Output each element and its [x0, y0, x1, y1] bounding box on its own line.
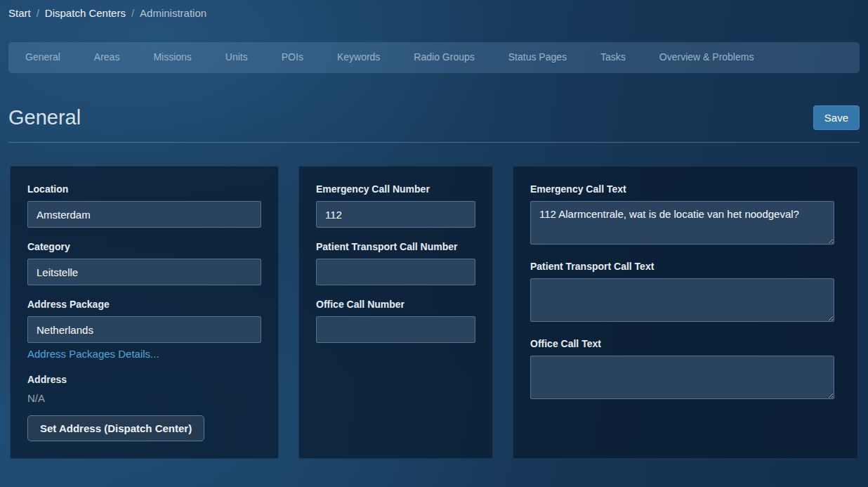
- breadcrumb-start[interactable]: Start: [8, 7, 31, 19]
- panel-call-numbers: Emergency Call Number Patient Transport …: [298, 166, 493, 459]
- address-label: Address: [27, 374, 261, 386]
- address-package-label: Address Package: [27, 299, 261, 311]
- address-value: N/A: [27, 391, 261, 404]
- patient-transport-call-number-input[interactable]: [316, 259, 475, 285]
- location-input[interactable]: [27, 201, 261, 228]
- emergency-call-number-label: Emergency Call Number: [316, 183, 475, 195]
- panels-row: Location Category Address Package Addres…: [10, 166, 858, 459]
- patient-transport-call-number-label: Patient Transport Call Number: [316, 241, 475, 253]
- page-header: General Save: [8, 73, 860, 143]
- tab-missions[interactable]: Missions: [136, 42, 208, 73]
- office-call-text-label: Office Call Text: [530, 338, 841, 350]
- address-packages-details-link[interactable]: Address Packages Details...: [27, 348, 261, 360]
- breadcrumb-dispatch-centers[interactable]: Dispatch Centers: [45, 7, 126, 19]
- category-label: Category: [27, 241, 261, 253]
- tab-general[interactable]: General: [8, 42, 77, 73]
- office-call-text-textarea[interactable]: [530, 356, 834, 399]
- address-package-input[interactable]: [27, 316, 261, 343]
- tab-bar: General Areas Missions Units POIs Keywor…: [8, 42, 860, 73]
- breadcrumb-separator: /: [131, 7, 134, 19]
- breadcrumb: Start / Dispatch Centers / Administratio…: [0, 0, 868, 25]
- panel-general-settings: Location Category Address Package Addres…: [10, 166, 279, 459]
- breadcrumb-administration: Administration: [140, 7, 206, 19]
- tab-keywords[interactable]: Keywords: [320, 42, 397, 73]
- patient-transport-call-text-label: Patient Transport Call Text: [530, 261, 841, 273]
- panel-call-texts: Emergency Call Text 112 Alarmcentrale, w…: [513, 166, 858, 459]
- save-button[interactable]: Save: [813, 105, 860, 130]
- emergency-call-text-label: Emergency Call Text: [530, 183, 841, 195]
- patient-transport-call-text-textarea[interactable]: [530, 278, 834, 322]
- location-label: Location: [27, 183, 261, 195]
- tab-areas[interactable]: Areas: [77, 42, 137, 73]
- set-address-button[interactable]: Set Address (Dispatch Center): [27, 415, 204, 441]
- office-call-number-label: Office Call Number: [316, 299, 475, 311]
- page-title: General: [8, 104, 81, 131]
- breadcrumb-separator: /: [37, 7, 39, 19]
- emergency-call-text-textarea[interactable]: 112 Alarmcentrale, wat is de locatie van…: [530, 201, 834, 245]
- tab-units[interactable]: Units: [209, 42, 265, 73]
- tab-tasks[interactable]: Tasks: [584, 42, 643, 73]
- tab-status-pages[interactable]: Status Pages: [492, 42, 584, 73]
- tab-radio-groups[interactable]: Radio Groups: [397, 42, 491, 73]
- tab-overview-problems[interactable]: Overview & Problems: [643, 42, 771, 73]
- category-input[interactable]: [27, 259, 261, 285]
- tab-pois[interactable]: POIs: [265, 42, 320, 73]
- office-call-number-input[interactable]: [316, 316, 475, 343]
- emergency-call-number-input[interactable]: [316, 201, 475, 228]
